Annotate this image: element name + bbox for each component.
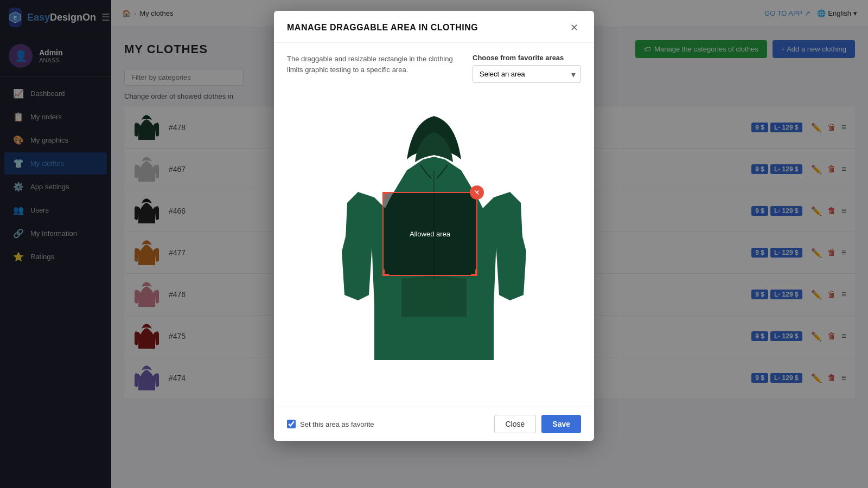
close-label: Close [506, 420, 525, 428]
resize-handle-nw[interactable] [384, 193, 389, 198]
modal-manage-draggable: MANAGE DRAGGABLE AREA IN CLOTHING ✕ The … [274, 11, 594, 441]
resize-handle-ne[interactable] [471, 193, 476, 198]
set-favorite-label[interactable]: Set this area as favorite [287, 420, 374, 428]
clothing-preview: ✕ Allowed area [287, 84, 581, 387]
resize-handle-sw[interactable] [384, 269, 389, 275]
set-favorite-text: Set this area as favorite [300, 420, 374, 428]
modal-body: The draggable and resizable rectangle in… [274, 43, 594, 407]
set-favorite-checkbox[interactable] [287, 420, 296, 428]
resize-handle-se[interactable] [471, 269, 476, 275]
save-modal-button[interactable]: Save [541, 415, 581, 433]
hoodie-container: ✕ Allowed area [336, 84, 532, 387]
modal-footer-actions: Close Save [494, 415, 582, 433]
fav-area-label: Choose from favorite areas [473, 54, 581, 62]
allowed-area-label: Allowed area [410, 230, 450, 238]
modal-overlay: MANAGE DRAGGABLE AREA IN CLOTHING ✕ The … [0, 0, 868, 488]
allowed-area-box[interactable]: ✕ Allowed area [382, 192, 477, 276]
modal-close-button[interactable]: ✕ [567, 21, 581, 35]
modal-header: MANAGE DRAGGABLE AREA IN CLOTHING ✕ [274, 11, 594, 43]
modal-title: MANAGE DRAGGABLE AREA IN CLOTHING [287, 23, 478, 33]
fav-area-select[interactable]: Select an area [473, 65, 581, 83]
modal-footer: Set this area as favorite Close Save [274, 407, 594, 441]
close-modal-button[interactable]: Close [494, 415, 537, 433]
modal-description: The draggable and resizable rectangle in… [287, 54, 464, 75]
save-label: Save [552, 420, 570, 428]
